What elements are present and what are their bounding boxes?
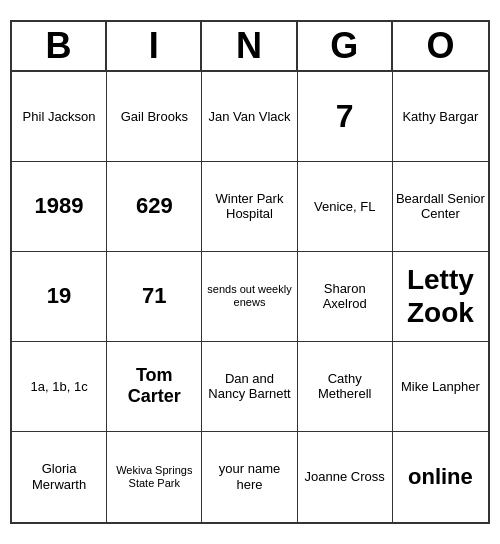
bingo-cell: 7	[298, 72, 393, 162]
bingo-cell: 19	[12, 252, 107, 342]
bingo-cell: Beardall Senior Center	[393, 162, 488, 252]
header-letter: N	[202, 22, 297, 70]
bingo-card: BINGO Phil JacksonGail BrooksJan Van Vla…	[10, 20, 490, 524]
bingo-cell: Wekiva Springs State Park	[107, 432, 202, 522]
bingo-cell: Venice, FL	[298, 162, 393, 252]
bingo-cell: Mike Lanpher	[393, 342, 488, 432]
header-letter: O	[393, 22, 488, 70]
header-letter: B	[12, 22, 107, 70]
bingo-cell: Gloria Merwarth	[12, 432, 107, 522]
bingo-cell: Letty Zook	[393, 252, 488, 342]
bingo-cell: your name here	[202, 432, 297, 522]
header-letter: I	[107, 22, 202, 70]
bingo-cell: Joanne Cross	[298, 432, 393, 522]
bingo-cell: sends out weekly enews	[202, 252, 297, 342]
bingo-cell: Kathy Bargar	[393, 72, 488, 162]
bingo-cell: Sharon Axelrod	[298, 252, 393, 342]
bingo-header: BINGO	[12, 22, 488, 72]
bingo-cell: Dan and Nancy Barnett	[202, 342, 297, 432]
bingo-cell: Gail Brooks	[107, 72, 202, 162]
bingo-cell: 629	[107, 162, 202, 252]
bingo-cell: online	[393, 432, 488, 522]
header-letter: G	[298, 22, 393, 70]
bingo-cell: 1a, 1b, 1c	[12, 342, 107, 432]
bingo-cell: 1989	[12, 162, 107, 252]
bingo-cell: Jan Van Vlack	[202, 72, 297, 162]
bingo-cell: Phil Jackson	[12, 72, 107, 162]
bingo-grid: Phil JacksonGail BrooksJan Van Vlack7Kat…	[12, 72, 488, 522]
bingo-cell: Cathy Metherell	[298, 342, 393, 432]
bingo-cell: Tom Carter	[107, 342, 202, 432]
bingo-cell: 71	[107, 252, 202, 342]
bingo-cell: Winter Park Hospital	[202, 162, 297, 252]
